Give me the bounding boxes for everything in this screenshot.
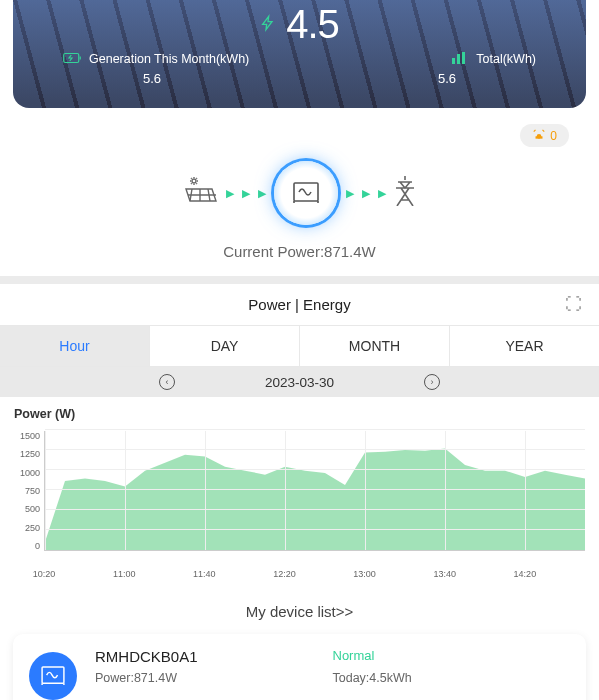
flow-arrow-icon: ▶ bbox=[242, 187, 250, 200]
total-label: Total(kWh) bbox=[476, 52, 536, 66]
barchart-icon bbox=[452, 51, 468, 67]
svg-rect-3 bbox=[462, 52, 465, 64]
svg-rect-2 bbox=[457, 54, 460, 64]
date-prev-button[interactable]: ‹ bbox=[159, 374, 175, 390]
device-name: RMHDCKB0A1 bbox=[95, 648, 333, 665]
time-range-tabs: Hour DAY MONTH YEAR bbox=[0, 326, 599, 367]
device-card[interactable]: RMHDCKB0A1 Normal Power:871.4W Today:4.5… bbox=[13, 634, 586, 700]
divider bbox=[0, 276, 599, 284]
tab-year[interactable]: YEAR bbox=[450, 326, 599, 366]
tab-month[interactable]: MONTH bbox=[300, 326, 450, 366]
hero-card: 4.5 Generation This Month(kWh) Total(kWh… bbox=[13, 0, 586, 108]
device-icon bbox=[29, 652, 77, 700]
chart-plotarea[interactable] bbox=[44, 431, 585, 551]
device-status: Normal bbox=[333, 648, 571, 665]
flow-arrow-icon: ▶ bbox=[226, 187, 234, 200]
device-today: Today:4.5kWh bbox=[333, 671, 571, 685]
flow-arrow-icon: ▶ bbox=[362, 187, 370, 200]
battery-icon bbox=[63, 51, 81, 67]
current-power-label: Current Power:871.4W bbox=[0, 243, 599, 260]
svg-rect-5 bbox=[536, 136, 543, 138]
gen-month-label: Generation This Month(kWh) bbox=[89, 52, 249, 66]
svg-rect-7 bbox=[294, 183, 318, 201]
flow-arrow-icon: ▶ bbox=[378, 187, 386, 200]
inverter-node[interactable] bbox=[274, 161, 338, 225]
flow-arrow-icon: ▶ bbox=[258, 187, 266, 200]
power-flow: ▶ ▶ ▶ ▶ ▶ ▶ bbox=[0, 161, 599, 225]
device-power: Power:871.4W bbox=[95, 671, 333, 685]
chart-xaxis: 10:2011:0011:4012:2013:0013:4014:20 bbox=[44, 569, 585, 581]
power-chart: Power (W) 1500125010007505002500 10:2011… bbox=[0, 397, 599, 581]
device-list-link[interactable]: My device list>> bbox=[0, 603, 599, 620]
alarm-icon bbox=[532, 128, 546, 143]
svg-point-6 bbox=[192, 179, 196, 183]
chart-yaxis: 1500125010007505002500 bbox=[14, 431, 44, 551]
expand-icon[interactable] bbox=[566, 296, 581, 314]
total-value: 5.6 bbox=[438, 71, 456, 86]
alarm-count: 0 bbox=[550, 129, 557, 143]
flow-arrow-icon: ▶ bbox=[346, 187, 354, 200]
svg-rect-1 bbox=[452, 58, 455, 64]
bolt-icon bbox=[260, 13, 276, 37]
date-next-button[interactable]: › bbox=[424, 374, 440, 390]
solar-panel-icon bbox=[184, 177, 218, 209]
tab-hour[interactable]: Hour bbox=[0, 326, 150, 366]
section-title: Power | Energy bbox=[248, 296, 350, 313]
chart-ylabel: Power (W) bbox=[14, 407, 585, 421]
hero-main-value: 4.5 bbox=[286, 2, 339, 47]
svg-rect-8 bbox=[42, 667, 64, 683]
grid-tower-icon bbox=[394, 176, 416, 210]
alarm-pill[interactable]: 0 bbox=[520, 124, 569, 147]
gen-month-value: 5.6 bbox=[143, 71, 161, 86]
tab-day[interactable]: DAY bbox=[150, 326, 300, 366]
date-display[interactable]: 2023-03-30 bbox=[265, 375, 334, 390]
